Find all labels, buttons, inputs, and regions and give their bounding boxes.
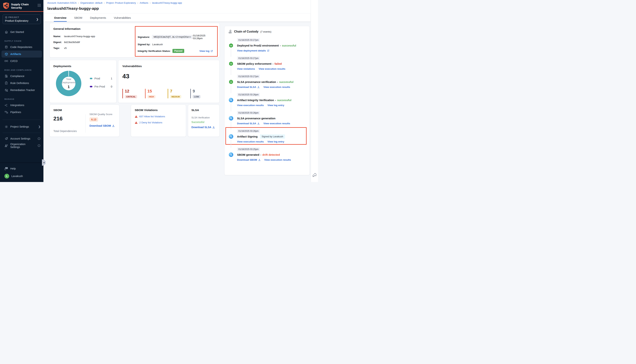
sidebar-bottom-block: ? Help L Lavakush (0, 162, 44, 182)
view-execution-results-link[interactable]: View execution results (237, 104, 264, 107)
view-execution-results-link[interactable]: View execution results (258, 68, 285, 70)
sbom-violations-card: SBOM Violations 637 Allow list Violation… (131, 104, 186, 137)
signature-value[interactable]: MEQCICde2VjIT...bL+2+mqnOXw== (152, 35, 193, 39)
breadcrumb-account[interactable]: Account: Automation-SSCA (47, 2, 77, 4)
event-artifact-integrity-verification: 01/16/2025 03:26pm Artifact Integrity Ve… (229, 93, 306, 107)
shield-logo-icon (3, 2, 9, 9)
breadcrumb-separator-icon: › (150, 2, 151, 4)
org-chart-gear-icon (5, 144, 8, 148)
info-icon[interactable] (38, 144, 41, 147)
overview-content: General Information Name: lavakush07/eas… (44, 22, 311, 182)
severity-critical: 12 CRITICAL (122, 89, 140, 98)
download-slsa-link[interactable]: Download SLSA (237, 86, 260, 88)
breadcrumb-artifacts[interactable]: Artifacts (140, 2, 148, 4)
allow-list-violations-link[interactable]: 637 Allow list Violations (139, 115, 165, 118)
breadcrumb-current-artifact[interactable]: lavakush07/easy-buggy-app (152, 2, 182, 4)
view-log-link[interactable]: View log (199, 50, 213, 52)
view-violations-link[interactable]: View violations (237, 68, 255, 70)
slsa-verification-status: Successful (191, 120, 216, 124)
event-title: SBOM generated (237, 153, 259, 156)
app-grid-icon[interactable] (38, 2, 41, 7)
artifact-name-value: lavakush07/easy-buggy-app (64, 35, 95, 38)
event-title: Artifact Integrity Verification (237, 98, 274, 102)
sidebar-item-project-settings[interactable]: Project Settings ❯ (0, 123, 44, 130)
event-title: SBOM policy enforcement (237, 62, 271, 65)
view-execution-results-link[interactable]: View execution results (263, 86, 290, 88)
chain-of-custody-panel: Chain of Custody (7 events) ∞ 01/16/2025… (224, 26, 310, 175)
breadcrumb-separator-icon: › (137, 2, 138, 4)
sbom-quality-score-label: SBOM Quality Score (89, 113, 119, 116)
signature-row: Signature: MEQCICde2VjIT...bL+2+mqnOXw==… (138, 34, 213, 40)
sidebar-item-code-repositories[interactable]: Code Repositories (0, 44, 44, 50)
tab-deployments[interactable]: Deployments (90, 14, 107, 22)
sidebar-item-rule-definitions[interactable]: Rule Definitions (0, 80, 44, 86)
general-information-title: General Information (53, 27, 216, 30)
event-status: successful (277, 98, 291, 102)
sidebar-item-remediation-tracker[interactable]: Remediation Tracker (0, 86, 44, 94)
sidebar-item-artifacts[interactable]: Artifacts (2, 50, 42, 58)
svg-text:?: ? (6, 167, 7, 169)
section-header-manage: MANAGE (5, 98, 44, 100)
event-timestamp: 01/16/2025 03:27pm (237, 56, 260, 60)
deny-list-violations-link[interactable]: 2 Deny list Violations (139, 121, 162, 124)
project-selector[interactable]: PROJECT Product Exploratory ❯ (3, 14, 41, 24)
view-execution-results-link[interactable]: View execution results (264, 158, 291, 161)
cicd-infinity-icon (5, 60, 8, 62)
sidebar-item-get-started[interactable]: Get Started (0, 28, 44, 36)
event-sbom-generated: 01/16/2025 03:25pm SBOM generated - drif… (229, 148, 306, 161)
event-slsa-provenance-verification: ∞ 01/16/2025 03:27pm SLSA provenance ver… (229, 75, 306, 88)
legend-item-prod: Prod 1 (90, 77, 112, 80)
events-count: (7 events) (260, 30, 271, 33)
user-name: Lavakush (12, 175, 23, 178)
tab-overview[interactable]: Overview (54, 14, 67, 22)
tab-bar: Overview SBOM Deployments Vulnerabilitie… (44, 14, 311, 22)
gear-icon (5, 125, 8, 128)
sbom-quality-score-value: 6.13 (89, 117, 98, 122)
breadcrumb-project[interactable]: Project: Product Exploratory (106, 2, 136, 4)
ssca-magnifier-icon (229, 134, 233, 139)
severity-low: 9 LOW (190, 89, 208, 98)
view-log-entry-link[interactable]: View log entry (267, 104, 284, 107)
cube-icon (5, 16, 7, 18)
signed-by-badge: Signed by Lavakush (260, 134, 285, 138)
download-sbom-link[interactable]: Download SBOM (89, 124, 115, 127)
event-slsa-provenance-generation: 01/16/2025 03:26pm SLSA provenance gener… (229, 111, 306, 125)
event-timestamp: 01/16/2025 03:26pm (237, 129, 260, 133)
sidebar-item-pipelines[interactable]: Pipelines (0, 109, 44, 116)
tab-sbom[interactable]: SBOM (74, 14, 83, 22)
event-timestamp: 01/16/2025 03:26pm (237, 111, 260, 115)
view-log-entry-link[interactable]: View log entry (267, 140, 284, 143)
external-link-icon (210, 50, 213, 52)
slsa-card: SLSA SLSA Verification Successful Downlo… (188, 104, 219, 137)
warning-triangle-icon (135, 121, 138, 124)
allow-list-violations-row: 637 Allow list Violations (135, 115, 182, 118)
event-deployed-prod2: ∞ 01/16/2025 03:27pm Deployed to Prod2 e… (229, 38, 306, 52)
sidebar-item-account-settings[interactable]: Account Settings (0, 135, 44, 142)
sidebar-item-compliance[interactable]: Compliance (0, 72, 44, 80)
chat-support-icon[interactable] (312, 173, 317, 177)
download-icon (257, 122, 260, 125)
deployments-card: Deployments Total Deployments 1 Pro (50, 60, 117, 103)
download-icon (212, 126, 215, 128)
view-execution-results-link[interactable]: View execution results (263, 122, 290, 125)
breadcrumb-organization[interactable]: Organization: default (80, 2, 102, 4)
sidebar-item-cicd[interactable]: CI/CD (0, 58, 44, 64)
general-information-card: General Information Name: lavakush07/eas… (50, 23, 220, 58)
download-slsa-link[interactable]: Download SLSA (237, 122, 260, 125)
severity-breakdown: 12 CRITICAL 15 HIGH 7 MEDIUM (122, 89, 213, 98)
view-execution-results-link[interactable]: View execution results (237, 140, 264, 143)
event-status: successful (282, 44, 296, 47)
sidebar-item-organization-settings[interactable]: Organization Settings (0, 142, 44, 149)
info-icon[interactable] (38, 137, 41, 140)
event-timestamp: 01/16/2025 03:27pm (237, 38, 260, 42)
download-slsa-link[interactable]: Download SLSA (191, 126, 215, 129)
sidebar-item-help[interactable]: ? Help (0, 165, 44, 172)
user-menu[interactable]: L Lavakush (0, 172, 44, 180)
tab-vulnerabilities[interactable]: Vulnerabilities (113, 14, 131, 22)
events-timeline: ∞ 01/16/2025 03:27pm Deployed to Prod2 e… (229, 38, 306, 161)
layers-gear-icon (5, 137, 8, 140)
view-deployment-details-link[interactable]: View deployment details (237, 49, 269, 52)
download-sbom-link[interactable]: Download SBOM (237, 158, 261, 161)
page-title: lavakush07/easy-buggy-app (44, 4, 311, 14)
sidebar-item-integrations[interactable]: Integrations (0, 102, 44, 109)
